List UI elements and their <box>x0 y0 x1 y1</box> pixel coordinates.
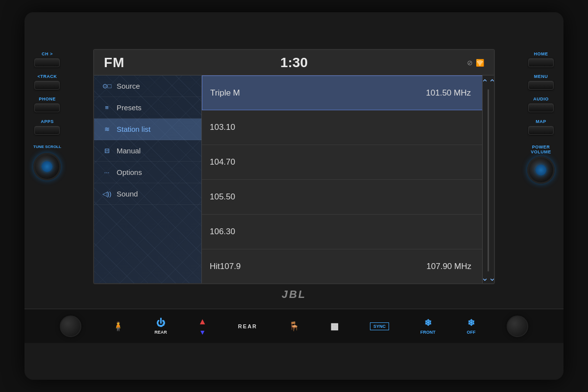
ac-panel-button[interactable]: ▦ <box>330 321 339 332</box>
station-freq-105: 105.50 <box>210 192 235 202</box>
rear-center-label: REAR <box>238 323 257 329</box>
station-item-103[interactable]: 103.10 <box>202 110 494 145</box>
power-volume-label: POWERVOLUME <box>531 145 551 154</box>
sound-icon: ◁)) <box>102 190 112 197</box>
phone-button[interactable] <box>34 103 60 112</box>
presets-label: Presets <box>117 103 142 112</box>
map-button-group: MAP <box>528 119 554 135</box>
menu-item-station-list[interactable]: ≋ Station list <box>94 119 201 140</box>
map-label: MAP <box>536 119 546 124</box>
front-label: FRONT <box>420 330 436 335</box>
climate-rear-power[interactable]: ⏻ REAR <box>154 318 167 335</box>
bottom-area: JBL <box>93 284 495 305</box>
station-list-icon: ≋ <box>102 125 112 133</box>
menu-item-presets[interactable]: ≡ Presets <box>94 97 201 119</box>
screen-body: ⊙□ Source ≡ Presets ≋ Station list ⊟ Man… <box>94 75 494 284</box>
track-button[interactable] <box>34 81 60 90</box>
power-volume-group: POWERVOLUME <box>527 145 555 184</box>
tune-scroll-knob[interactable] <box>33 153 61 180</box>
track-button-group: <TRACK <box>34 74 60 90</box>
track-label: <TRACK <box>38 74 57 79</box>
station-freq-103: 103.10 <box>210 122 235 132</box>
ac-panel-icon: ▦ <box>330 321 339 332</box>
sound-label: Sound <box>117 190 138 198</box>
header-icons: ⊘ 🛜 <box>467 59 484 67</box>
rear-power-icon: ⏻ <box>156 318 165 328</box>
main-screen: FM 1:30 ⊘ 🛜 ⊙□ Source ≡ <box>93 49 495 284</box>
ch-button[interactable] <box>34 58 60 67</box>
home-label: HOME <box>534 51 548 56</box>
home-button[interactable] <box>528 58 554 67</box>
menu-item-sound[interactable]: ◁)) Sound <box>94 183 201 205</box>
ch-button-group: CH > <box>34 51 60 67</box>
front-defrost-button[interactable]: ❄ FRONT <box>420 318 436 335</box>
tune-scroll-label: TUNE SCROLL <box>33 145 61 149</box>
screen-header: FM 1:30 ⊘ 🛜 <box>94 50 494 75</box>
ac-off-button[interactable]: ❄ OFF <box>466 318 475 335</box>
source-icon: ⊙□ <box>102 82 112 90</box>
sync-label: SYNC <box>373 324 386 329</box>
station-name-triple-m: Triple M <box>210 88 426 98</box>
apps-button-group: APPS <box>34 119 60 135</box>
scroll-up-arrow[interactable]: ⌃⌃ <box>481 78 495 87</box>
right-climate-knob[interactable] <box>507 316 528 337</box>
rear-power-label: REAR <box>154 330 167 335</box>
presets-icon: ≡ <box>102 104 112 111</box>
left-climate-knob[interactable] <box>60 316 81 337</box>
climate-bar: 🧍 ⏻ REAR ▲ ▼ REAR 🪑 ▦ SYNC ❄ FRONT ❄ O <box>24 309 564 343</box>
station-item-106[interactable]: 106.30 <box>202 215 494 249</box>
car-unit: CH > <TRACK PHONE APPS TUNE SCROLL HOME … <box>24 12 564 380</box>
fan-person-icon: 🧍 <box>113 321 123 332</box>
manual-icon: ⊟ <box>102 147 112 154</box>
jbl-logo: JBL <box>282 288 307 301</box>
audio-button-group: AUDIO <box>528 97 554 112</box>
station-freq-hit1079: 107.90 MHz <box>426 262 471 271</box>
climate-temp-arrows[interactable]: ▲ ▼ <box>198 317 207 336</box>
audio-button[interactable] <box>528 103 554 112</box>
ac-off-icon: ❄ <box>467 318 475 328</box>
apps-label: APPS <box>41 119 54 124</box>
time-label: 1:30 <box>280 55 308 71</box>
left-menu: ⊙□ Source ≡ Presets ≋ Station list ⊟ Man… <box>94 75 202 284</box>
menu-button[interactable] <box>528 81 554 90</box>
menu-item-source[interactable]: ⊙□ Source <box>94 75 201 97</box>
menu-button-group: MENU <box>528 74 554 90</box>
temp-up-icon: ▲ <box>198 317 207 327</box>
station-item-triple-m[interactable]: Triple M 101.50 MHz <box>202 75 494 110</box>
climate-fan-icon: 🧍 <box>113 321 123 332</box>
station-item-105[interactable]: 105.50 <box>202 180 494 215</box>
right-panel: Triple M 101.50 MHz 103.10 104.70 105.50 <box>202 75 494 284</box>
phone-label: PHONE <box>39 97 56 101</box>
front-defrost-icon: ❄ <box>424 318 432 328</box>
sync-button[interactable]: SYNC <box>370 322 389 330</box>
station-freq-104: 104.70 <box>210 157 235 167</box>
station-freq-triple-m: 101.50 MHz <box>426 88 471 98</box>
scroll-down-arrow[interactable]: ⌄⌄ <box>481 273 495 282</box>
source-label: Source <box>117 82 140 90</box>
phone-button-group: PHONE <box>34 97 60 112</box>
station-item-104[interactable]: 104.70 <box>202 145 494 180</box>
seat-icon: 🪑 <box>289 321 299 332</box>
ch-label: CH > <box>42 51 53 56</box>
left-side-buttons: CH > <TRACK PHONE APPS TUNE SCROLL <box>33 51 61 180</box>
options-icon: ··· <box>102 169 112 176</box>
home-button-group: HOME <box>528 51 554 67</box>
apps-button[interactable] <box>34 126 60 135</box>
menu-item-manual[interactable]: ⊟ Manual <box>94 140 201 162</box>
tune-scroll-group: TUNE SCROLL <box>33 145 61 180</box>
no-signal-icon: ⊘ <box>467 59 473 67</box>
station-freq-106: 106.30 <box>210 227 235 237</box>
map-button[interactable] <box>528 126 554 135</box>
mode-label: FM <box>104 55 124 71</box>
right-side-buttons: HOME MENU AUDIO MAP POWERVOLUME <box>527 51 555 184</box>
off-label: OFF <box>466 330 475 335</box>
seat-heat-button[interactable]: 🪑 <box>289 321 299 332</box>
options-label: Options <box>117 168 142 176</box>
audio-label: AUDIO <box>533 97 549 101</box>
wifi-icon: 🛜 <box>476 59 484 67</box>
temp-down-icon: ▼ <box>199 328 206 336</box>
menu-item-options[interactable]: ··· Options <box>94 162 201 183</box>
power-volume-knob[interactable] <box>527 156 555 184</box>
station-item-hit1079[interactable]: Hit107.9 107.90 MHz <box>202 249 494 284</box>
menu-label: MENU <box>534 74 548 79</box>
